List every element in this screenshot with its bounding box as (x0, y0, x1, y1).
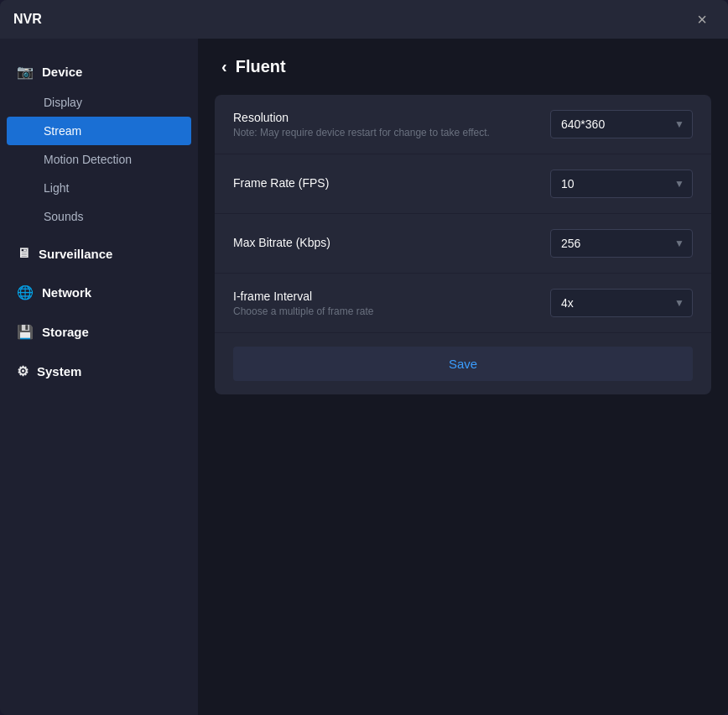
sidebar-item-sounds[interactable]: Sounds (7, 202, 191, 231)
bitrate-select[interactable]: 128 256 512 1024 2048 (550, 229, 693, 258)
setting-label-bitrate: Max Bitrate (Kbps) (233, 236, 550, 252)
main-layout: 📷 Device Display Stream Motion Detection… (0, 39, 728, 715)
sidebar-section-storage-label: Storage (42, 325, 89, 339)
resolution-select[interactable]: 640*360 1280*720 1920*1080 (550, 110, 693, 138)
setting-label-iframe: I-frame Interval Choose a multiple of fr… (233, 290, 550, 317)
close-button[interactable]: × (689, 7, 715, 32)
framerate-select[interactable]: 5 10 15 20 25 30 (550, 170, 693, 198)
setting-row-bitrate: Max Bitrate (Kbps) 128 256 512 1024 2048 (215, 214, 711, 274)
save-button[interactable]: Save (233, 347, 693, 381)
sidebar-section-network-header[interactable]: 🌐 Network (0, 276, 198, 309)
resolution-select-wrapper: 640*360 1280*720 1920*1080 ▼ (550, 110, 693, 138)
iframe-select-wrapper: 1x 2x 4x 8x ▼ (550, 289, 693, 317)
page-title: Fluent (236, 57, 286, 76)
setting-row-framerate: Frame Rate (FPS) 5 10 15 20 25 30 (215, 154, 711, 214)
sidebar: 📷 Device Display Stream Motion Detection… (0, 39, 198, 715)
page-header: ‹ Fluent (198, 39, 728, 95)
framerate-select-wrapper: 5 10 15 20 25 30 ▼ (550, 170, 693, 198)
storage-icon: 💾 (17, 324, 34, 340)
setting-label-resolution: Resolution Note: May require device rest… (233, 111, 550, 138)
bitrate-select-wrapper: 128 256 512 1024 2048 ▼ (550, 229, 693, 258)
setting-row-resolution: Resolution Note: May require device rest… (215, 95, 711, 154)
sidebar-section-device-label: Device (42, 65, 82, 79)
content-area: ‹ Fluent Resolution Note: May require de… (198, 39, 728, 715)
back-button[interactable]: ‹ (221, 57, 227, 76)
app-title: NVR (13, 12, 42, 27)
setting-row-iframe: I-frame Interval Choose a multiple of fr… (215, 274, 711, 333)
network-icon: 🌐 (17, 284, 34, 300)
iframe-subtitle: Choose a multiple of frame rate (233, 305, 550, 317)
resolution-control: 640*360 1280*720 1920*1080 ▼ (550, 110, 693, 138)
surveillance-icon: 🖥 (17, 246, 30, 261)
sidebar-section-device: 📷 Device Display Stream Motion Detection… (0, 55, 198, 231)
sidebar-section-surveillance-label: Surveillance (39, 247, 112, 261)
sidebar-section-system: ⚙ System (0, 355, 198, 388)
sidebar-section-storage-header[interactable]: 💾 Storage (0, 316, 198, 348)
sidebar-item-motion-detection[interactable]: Motion Detection (7, 145, 191, 174)
save-row: Save (215, 333, 711, 394)
sidebar-section-system-header[interactable]: ⚙ System (0, 355, 198, 388)
sidebar-item-light[interactable]: Light (7, 174, 191, 202)
app-window: NVR × 📷 Device Display Stream Motion Det… (0, 0, 728, 715)
sidebar-section-network-label: Network (42, 285, 91, 300)
framerate-control: 5 10 15 20 25 30 ▼ (550, 170, 693, 198)
sidebar-section-network: 🌐 Network (0, 276, 198, 309)
sidebar-section-storage: 💾 Storage (0, 316, 198, 348)
iframe-title: I-frame Interval (233, 290, 550, 303)
framerate-title: Frame Rate (FPS) (233, 176, 550, 190)
settings-panel: Resolution Note: May require device rest… (215, 95, 711, 394)
resolution-title: Resolution (233, 111, 550, 124)
titlebar: NVR × (0, 0, 728, 39)
resolution-subtitle: Note: May require device restart for cha… (233, 127, 550, 138)
setting-label-framerate: Frame Rate (FPS) (233, 176, 550, 192)
bitrate-control: 128 256 512 1024 2048 ▼ (550, 229, 693, 258)
system-icon: ⚙ (17, 363, 29, 379)
bitrate-title: Max Bitrate (Kbps) (233, 236, 550, 249)
sidebar-section-system-label: System (37, 364, 81, 378)
sidebar-section-surveillance: 🖥 Surveillance (0, 237, 198, 269)
sidebar-section-device-header: 📷 Device (0, 55, 198, 88)
sidebar-item-display[interactable]: Display (7, 88, 191, 117)
sidebar-section-surveillance-header[interactable]: 🖥 Surveillance (0, 237, 198, 269)
device-icon: 📷 (17, 64, 34, 80)
iframe-control: 1x 2x 4x 8x ▼ (550, 289, 693, 317)
iframe-select[interactable]: 1x 2x 4x 8x (550, 289, 693, 317)
sidebar-item-stream[interactable]: Stream (7, 117, 191, 145)
